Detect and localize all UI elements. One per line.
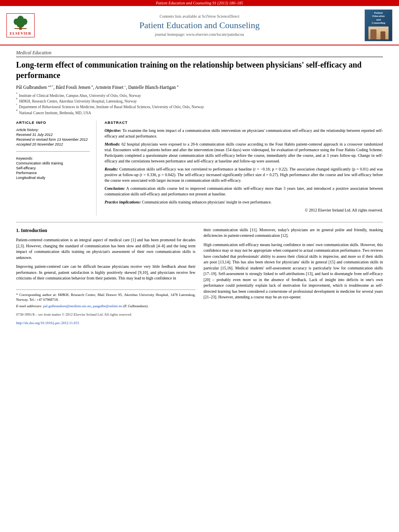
section-tag: Medical Education bbox=[16, 50, 383, 57]
journal-homepage: journal homepage: www.elsevier.com/locat… bbox=[39, 32, 360, 37]
elsevier-tree-icon bbox=[10, 15, 31, 31]
accepted-date: Accepted 20 November 2012 bbox=[16, 142, 90, 146]
body-left-col: 1. Introduction Patient-centered communi… bbox=[16, 227, 195, 326]
journal-center-header: Contents lists available at SciVerse Sci… bbox=[39, 14, 360, 37]
elsevier-logo: ELSEVIER bbox=[6, 13, 35, 37]
objective-label: Objective: bbox=[105, 128, 121, 133]
journal-citation: Patient Education and Counseling 91 (201… bbox=[156, 1, 243, 5]
right-para2: High communication self-efficacy means h… bbox=[204, 242, 383, 300]
email-suffix: (P. Gulbrandsen). bbox=[123, 304, 148, 308]
article-info-heading: ARTICLE INFO bbox=[16, 121, 90, 125]
journal-citation-bar: Patient Education and Counseling 91 (201… bbox=[0, 0, 399, 6]
keyword-2: Self-efficacy bbox=[16, 166, 90, 170]
abstract-objective: Objective: To examine the long term impa… bbox=[105, 128, 383, 139]
keywords-heading: Keywords: bbox=[16, 156, 90, 160]
intro-heading: 1. Introduction bbox=[16, 227, 195, 234]
issn-line: 0738-3991/$ – see front matter © 2012 El… bbox=[16, 312, 195, 317]
abstract-text: Objective: To examine the long term impa… bbox=[105, 128, 383, 213]
journal-thumbnail: PatientEducationandCounseling bbox=[364, 9, 393, 41]
email-footnote: E-mail addresses: pal.gulbrandsen@medisi… bbox=[16, 304, 195, 309]
conclusion-label: Conclusion: bbox=[105, 186, 125, 191]
sciverse-line: Contents lists available at SciVerse Sci… bbox=[39, 14, 360, 18]
main-divider bbox=[16, 222, 383, 222]
journal-title: Patient Education and Counseling bbox=[39, 20, 360, 31]
thumb-title: PatientEducationandCounseling bbox=[372, 11, 385, 25]
article-history: Article history: Received 31 July 2012 R… bbox=[16, 128, 90, 146]
objective-text: To examine the long term impact of a com… bbox=[105, 128, 383, 138]
authors-line: Pål Gulbrandsen a,b,*, Bård Fossli Jense… bbox=[16, 84, 383, 90]
keyword-1: Communication skills training bbox=[16, 161, 90, 165]
paper-title: Long-term effect of communication traini… bbox=[16, 60, 383, 80]
abstract-copyright: © 2012 Elsevier Ireland Ltd. All rights … bbox=[105, 207, 383, 213]
results-text: Communication skills self-efficacy was n… bbox=[105, 167, 383, 183]
info-divider bbox=[16, 151, 90, 152]
affiliation-b: b HØKH, Research Centre, Akershus Univer… bbox=[16, 99, 383, 104]
intro-para1: Patient-centered communication is an int… bbox=[16, 237, 195, 261]
affiliation-d: d National Cancer Institute, Bethesda, M… bbox=[16, 110, 383, 116]
affiliation-a: a Institute of Clinical Medicine, Campus… bbox=[16, 93, 383, 99]
email-label: E-mail addresses: bbox=[16, 304, 42, 308]
abstract-methods: Methods: 62 hospital physicians were exp… bbox=[105, 142, 383, 164]
article-info-panel: ARTICLE INFO Article history: Received 3… bbox=[16, 121, 97, 216]
email1-link[interactable]: pal.gulbrandsen@medisin.uio.no bbox=[43, 304, 91, 308]
body-right-col: their communication skills [11]. Moreove… bbox=[204, 227, 383, 326]
methods-label: Methods: bbox=[105, 142, 120, 146]
abstract-results: Results: Communication skills self-effic… bbox=[105, 166, 383, 183]
authors-text: Pål Gulbrandsen a,b,*, Bård Fossli Jense… bbox=[16, 85, 179, 90]
intro-para2: Improving patient-centered care can be d… bbox=[16, 264, 195, 281]
history-heading: Article history: bbox=[16, 128, 90, 132]
keywords-section: Keywords: Communication skills training … bbox=[16, 156, 90, 180]
email2-link[interactable]: paagulbr@online.no bbox=[93, 304, 123, 308]
homepage-text: journal homepage: www.elsevier.com/locat… bbox=[155, 32, 244, 37]
keyword-4: Longitudinal study bbox=[16, 176, 90, 180]
right-para1: their communication skills [11]. Moreove… bbox=[204, 227, 383, 239]
svg-rect-5 bbox=[14, 28, 27, 29]
footnote-area: * Corresponding author at: HØKH, Researc… bbox=[16, 290, 195, 309]
methods-text: 62 hospital physicians were exposed to a… bbox=[105, 142, 383, 163]
keyword-3: Performance bbox=[16, 171, 90, 175]
main-content: Medical Education Long-term effect of co… bbox=[0, 45, 399, 334]
affiliation-c: c Department of Behavioural Sciences in … bbox=[16, 104, 383, 110]
affiliation-c-text: Department of Behavioural Sciences in Me… bbox=[19, 104, 204, 110]
practice-label: Practice implications: bbox=[105, 200, 141, 204]
journal-header: ELSEVIER Contents lists available at Sci… bbox=[0, 6, 399, 45]
practice-text: Communication skills training enhances p… bbox=[142, 200, 272, 204]
body-content: 1. Introduction Patient-centered communi… bbox=[16, 227, 383, 326]
abstract-panel: ABSTRACT Objective: To examine the long … bbox=[105, 121, 383, 216]
affiliation-b-text: HØKH, Research Centre, Akershus Universi… bbox=[19, 99, 137, 104]
affiliations: a Institute of Clinical Medicine, Campus… bbox=[16, 93, 383, 116]
sciverse-text: Contents lists available at SciVerse Sci… bbox=[160, 14, 240, 18]
abstract-heading: ABSTRACT bbox=[105, 121, 383, 125]
corresponding-footnote: * Corresponding author at: HØKH, Researc… bbox=[16, 292, 195, 302]
bottom-bar: 0738-3991/$ – see front matter © 2012 El… bbox=[16, 312, 195, 326]
elsevier-wordmark: ELSEVIER bbox=[10, 31, 31, 35]
received-date: Received 31 July 2012 bbox=[16, 133, 90, 137]
thumb-image bbox=[368, 27, 389, 39]
results-label: Results: bbox=[105, 167, 118, 171]
affiliation-d-text: National Cancer Institute, Bethesda, MD,… bbox=[19, 110, 91, 116]
revised-date: Received in revised form 13 November 201… bbox=[16, 138, 90, 142]
affiliation-a-text: Institute of Clinical Medicine, Campus A… bbox=[19, 93, 141, 99]
abstract-conclusion: Conclusion: A communication skills cours… bbox=[105, 186, 383, 197]
article-info-abstract: ARTICLE INFO Article history: Received 3… bbox=[16, 121, 383, 216]
abstract-practice: Practice implications: Communication ski… bbox=[105, 199, 383, 205]
doi-link[interactable]: http://dx.doi.org/10.1016/j.pec.2012.11.… bbox=[16, 321, 79, 325]
conclusion-text: A communication skills course led to imp… bbox=[105, 186, 383, 196]
